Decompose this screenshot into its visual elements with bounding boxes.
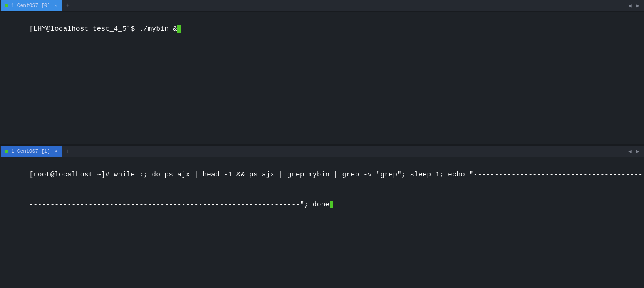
top-tab-bar: 1 CentOS7 [0] × + ◀ ▶ (0, 0, 644, 12)
bottom-terminal-line-2: ----------------------------------------… (4, 190, 640, 220)
bottom-tab-add[interactable]: + (63, 147, 72, 156)
bottom-terminal-line-1: [root@localhost ~]# while :; do ps ajx |… (4, 160, 640, 190)
top-nav-right[interactable]: ▶ (635, 2, 641, 10)
top-nav-left[interactable]: ◀ (627, 2, 633, 10)
top-tab-label: 1 CentOS7 [0] (11, 3, 50, 8)
top-pane: 1 CentOS7 [0] × + ◀ ▶ [LHY@localhost tes… (0, 0, 644, 144)
bottom-pane: 1 CentOS7 [1] × + ◀ ▶ [root@localhost ~]… (0, 146, 644, 288)
bottom-nav-right[interactable]: ▶ (635, 147, 641, 155)
bottom-tab[interactable]: 1 CentOS7 [1] × (1, 146, 62, 157)
bottom-cursor (330, 201, 333, 208)
top-terminal-line-1: [LHY@localhost test_4_5]$ ./mybin & (4, 14, 640, 44)
bottom-nav-left[interactable]: ◀ (627, 147, 633, 155)
bottom-tab-close[interactable]: × (53, 149, 59, 154)
bottom-tab-label: 1 CentOS7 [1] (11, 148, 50, 154)
bottom-tab-bar-right: ◀ ▶ (627, 147, 643, 155)
bottom-tab-dot (5, 150, 8, 153)
top-tab-bar-right: ◀ ▶ (627, 2, 643, 10)
bottom-tab-bar: 1 CentOS7 [1] × + ◀ ▶ (0, 146, 644, 157)
top-tab[interactable]: 1 CentOS7 [0] × (1, 0, 62, 11)
top-cursor (177, 25, 181, 33)
bottom-terminal[interactable]: [root@localhost ~]# while :; do ps ajx |… (0, 157, 644, 288)
top-tab-close[interactable]: × (53, 3, 59, 8)
top-terminal[interactable]: [LHY@localhost test_4_5]$ ./mybin & (0, 12, 644, 144)
top-tab-dot (5, 4, 8, 7)
top-tab-add[interactable]: + (63, 1, 72, 10)
